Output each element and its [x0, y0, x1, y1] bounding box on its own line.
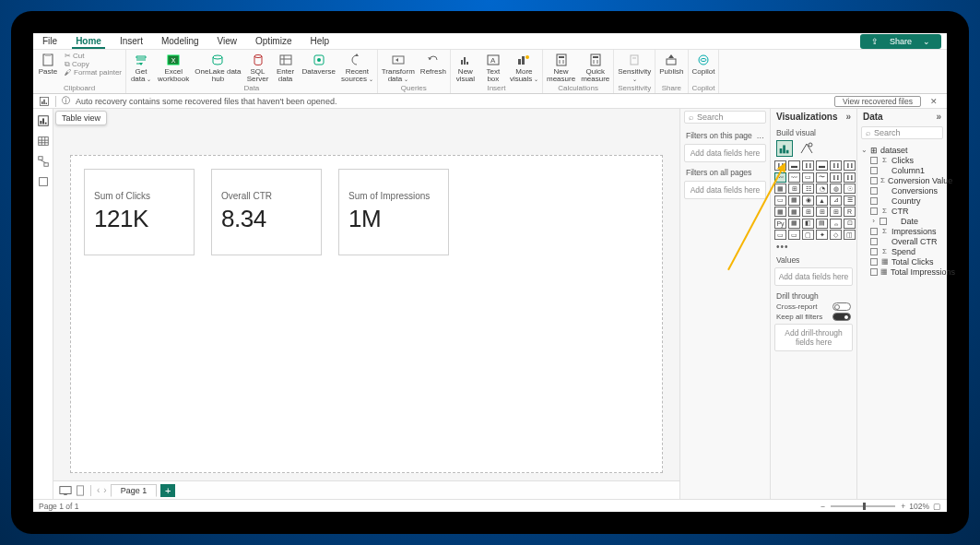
viz-type-39[interactable]: ✦: [816, 230, 828, 240]
paste-button[interactable]: Paste: [37, 52, 59, 76]
card-visual[interactable]: Sum of Impressions1M: [338, 169, 449, 255]
desktop-layout-icon[interactable]: [59, 485, 72, 496]
add-page-button[interactable]: +: [160, 484, 175, 497]
field-clicks[interactable]: ΣClicks: [861, 155, 943, 165]
filters-all-dropzone[interactable]: Add data fields here: [684, 181, 766, 199]
field-country[interactable]: Country: [861, 195, 943, 206]
field-column1[interactable]: Column1: [861, 165, 943, 175]
ribbon-recent-sources[interactable]: Recentsources ⌄: [341, 52, 373, 83]
field-checkbox[interactable]: [870, 268, 878, 276]
viz-type-27[interactable]: ⊞: [816, 207, 828, 217]
ribbon-get-data[interactable]: Getdata ⌄: [130, 52, 152, 83]
viz-type-33[interactable]: ▤: [816, 219, 828, 229]
viz-type-37[interactable]: ▭: [788, 230, 800, 240]
drill-dropzone[interactable]: Add drill-through fields here: [774, 324, 853, 351]
field-conversion-value[interactable]: ΣConversion Value: [861, 175, 943, 185]
collapse-viz-icon[interactable]: »: [845, 112, 851, 122]
field-checkbox[interactable]: [870, 157, 878, 164]
viz-type-41[interactable]: ◫: [844, 230, 856, 240]
field-checkbox[interactable]: [870, 167, 878, 174]
menu-view[interactable]: View: [214, 34, 242, 48]
viz-type-40[interactable]: ◇: [830, 230, 842, 240]
ribbon-sql-server[interactable]: SQLServer: [247, 52, 269, 83]
viz-type-34[interactable]: ⏛: [830, 219, 842, 229]
ribbon-dataverse[interactable]: Dataverse: [302, 52, 336, 76]
field-conversions[interactable]: Conversions: [861, 185, 943, 195]
menu-optimize[interactable]: Optimize: [252, 34, 295, 48]
viz-type-16[interactable]: ◍: [830, 184, 842, 194]
viz-type-21[interactable]: ▲: [816, 195, 828, 206]
field-checkbox[interactable]: [870, 187, 878, 195]
field-spend[interactable]: ΣSpend: [861, 246, 943, 256]
viz-type-0[interactable]: ⫿⫿: [774, 160, 786, 171]
viz-type-17[interactable]: ☉: [844, 184, 856, 194]
zoom-slider[interactable]: [831, 505, 895, 507]
viz-type-25[interactable]: ▦: [788, 207, 800, 217]
dax-view-icon[interactable]: [37, 175, 50, 188]
field-checkbox[interactable]: [870, 177, 878, 184]
values-dropzone[interactable]: Add data fields here: [774, 267, 853, 286]
next-page-button[interactable]: ›: [103, 485, 106, 495]
table-node[interactable]: ⌄⊞dataset: [861, 145, 943, 155]
table-view-icon[interactable]: [37, 135, 50, 148]
field-checkbox[interactable]: [870, 238, 878, 245]
collapse-data-icon[interactable]: »: [936, 112, 941, 122]
viz-type-7[interactable]: 〰: [788, 172, 800, 183]
build-visual-icon[interactable]: [776, 140, 793, 157]
viz-more[interactable]: •••: [771, 242, 856, 252]
field-checkbox[interactable]: [880, 218, 887, 225]
viz-type-8[interactable]: ▭: [802, 172, 814, 183]
field-checkbox[interactable]: [870, 207, 878, 215]
viz-type-3[interactable]: ▬: [816, 160, 828, 171]
ribbon-quick-measure[interactable]: Quickmeasure: [581, 52, 609, 83]
data-search[interactable]: ⌕Search: [861, 126, 943, 139]
field-date[interactable]: ›Date: [861, 216, 943, 226]
filters-page-dropzone[interactable]: Add data fields here: [684, 144, 766, 162]
menu-file[interactable]: File: [39, 34, 61, 48]
field-checkbox[interactable]: [870, 248, 878, 255]
field-total-clicks[interactable]: ▦Total Clicks: [861, 256, 943, 267]
viz-type-30[interactable]: Py: [774, 219, 786, 229]
ribbon-sensitivity[interactable]: Sensitivity⌄: [618, 52, 651, 83]
view-recovered-button[interactable]: View recovered files: [834, 96, 921, 107]
viz-type-13[interactable]: ⊞: [788, 184, 800, 194]
model-view-icon[interactable]: [37, 155, 50, 168]
zoom-out-button[interactable]: −: [821, 502, 825, 511]
cross-report-toggle[interactable]: [832, 302, 851, 311]
viz-type-1[interactable]: ▬: [788, 160, 800, 171]
close-recovery-button[interactable]: ✕: [927, 97, 941, 106]
viz-type-28[interactable]: ⊞: [830, 207, 842, 217]
report-view-icon[interactable]: [37, 114, 50, 127]
viz-type-5[interactable]: ⫿⫿: [844, 160, 856, 171]
ribbon-excel-workbook[interactable]: XExcelworkbook: [158, 52, 189, 83]
ribbon-text-box[interactable]: ATextbox: [482, 52, 504, 83]
menu-home[interactable]: Home: [72, 34, 105, 49]
field-checkbox[interactable]: [870, 228, 878, 235]
fit-page-icon[interactable]: ▢: [933, 502, 941, 511]
viz-type-4[interactable]: ⫿⫿: [830, 160, 842, 171]
format-visual-icon[interactable]: [798, 140, 815, 157]
viz-type-12[interactable]: ▦: [774, 184, 786, 194]
ribbon-copilot[interactable]: Copilot: [692, 52, 715, 76]
viz-type-23[interactable]: ☰: [844, 195, 856, 206]
report-canvas[interactable]: Sum of Clicks121KOverall CTR8.34Sum of I…: [70, 155, 663, 473]
viz-type-36[interactable]: ▭: [774, 230, 786, 240]
zoom-in-button[interactable]: +: [901, 502, 905, 511]
ribbon-more-visuals[interactable]: Morevisuals ⌄: [510, 52, 538, 83]
menu-modeling[interactable]: Modeling: [158, 34, 203, 48]
field-checkbox[interactable]: [870, 197, 878, 205]
field-impressions[interactable]: ΣImpressions: [861, 226, 943, 236]
field-ctr[interactable]: ΣCTR: [861, 206, 943, 216]
viz-type-24[interactable]: ▦: [774, 207, 786, 217]
ribbon-new-visual[interactable]: Newvisual: [455, 52, 477, 83]
card-visual[interactable]: Sum of Clicks121K: [84, 169, 195, 255]
field-checkbox[interactable]: [870, 258, 878, 266]
viz-type-31[interactable]: ▦: [788, 219, 800, 229]
viz-type-32[interactable]: ◧: [802, 219, 814, 229]
ribbon-onelake-data-hub[interactable]: OneLake datahub: [195, 52, 241, 83]
viz-type-26[interactable]: ⊞: [802, 207, 814, 217]
keep-filters-toggle[interactable]: [832, 313, 851, 321]
mobile-layout-icon[interactable]: [76, 485, 85, 496]
ribbon-new-measure[interactable]: Newmeasure: [547, 52, 575, 83]
viz-type-15[interactable]: ◔: [816, 184, 828, 194]
